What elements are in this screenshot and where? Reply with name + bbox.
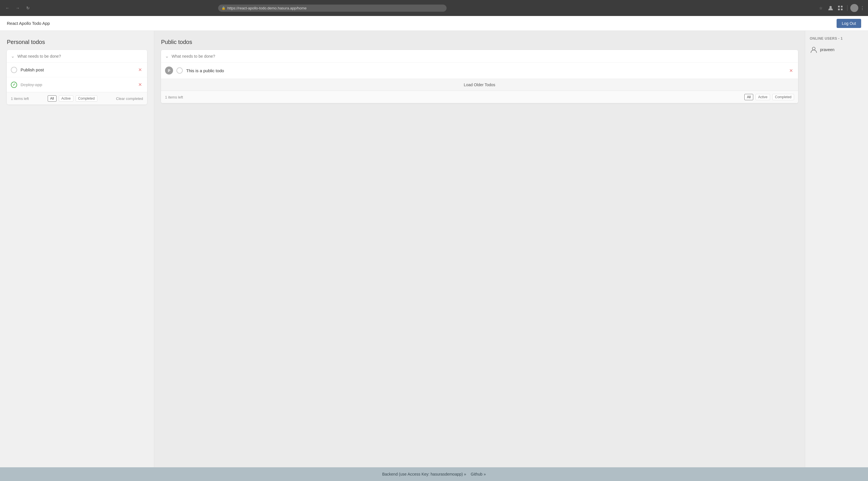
separator bbox=[847, 5, 847, 11]
personal-input-row: ⌄ bbox=[7, 50, 147, 63]
address-bar: 🔒 https://react-apollo-todo.demo.hasura.… bbox=[218, 5, 446, 12]
svg-point-5 bbox=[853, 6, 856, 8]
personal-items-left: 1 items left bbox=[11, 96, 29, 101]
forward-button[interactable]: → bbox=[14, 4, 22, 12]
personal-todo-delete-2[interactable]: ✕ bbox=[137, 82, 143, 88]
personal-todo-delete-1[interactable]: ✕ bbox=[137, 66, 143, 73]
personal-todo-text-1: Publish post bbox=[21, 67, 134, 72]
public-section-title: Public todos bbox=[161, 39, 798, 45]
svg-rect-1 bbox=[838, 6, 840, 7]
extensions-button[interactable] bbox=[836, 4, 844, 12]
public-chevron-icon[interactable]: ⌄ bbox=[165, 53, 169, 59]
public-filter-active[interactable]: Active bbox=[755, 94, 770, 100]
public-filter-completed[interactable]: Completed bbox=[772, 94, 794, 100]
browser-actions: ☆ ⋮ bbox=[817, 4, 865, 12]
logout-button[interactable]: Log Out bbox=[837, 19, 861, 28]
online-section: ONLINE USERS - 1 praveen bbox=[805, 31, 868, 467]
browser-chrome: ← → ↻ 🔒 https://react-apollo-todo.demo.h… bbox=[0, 0, 868, 16]
lock-icon: 🔒 bbox=[222, 6, 225, 10]
personal-todo-footer: 1 items left All Active Completed Clear … bbox=[7, 92, 147, 104]
public-input-row: ⌄ bbox=[161, 50, 798, 63]
load-older-button[interactable]: Load Older Todos bbox=[161, 79, 798, 91]
svg-point-0 bbox=[830, 6, 832, 8]
reload-button[interactable]: ↻ bbox=[24, 4, 32, 12]
personal-todo-card: ⌄ Publish post ✕ Deploy app ✕ 1 items le… bbox=[7, 50, 147, 104]
public-todo-checkbox-1[interactable] bbox=[177, 67, 183, 74]
online-user-item: praveen bbox=[810, 44, 863, 55]
public-todo-item-1: P This is a public todo ✕ bbox=[161, 63, 798, 79]
browser-menu-button[interactable]: ⋮ bbox=[860, 5, 865, 11]
url-text: https://react-apollo-todo.demo.hasura.ap… bbox=[227, 6, 307, 10]
public-todo-card: ⌄ P This is a public todo ✕ Load Older T… bbox=[161, 50, 798, 103]
public-todo-input[interactable] bbox=[172, 54, 794, 59]
personal-section-title: Personal todos bbox=[7, 39, 147, 45]
svg-rect-2 bbox=[841, 6, 843, 7]
public-user-badge-1: P bbox=[165, 66, 173, 74]
github-link[interactable]: Github » bbox=[471, 472, 486, 476]
online-users-title: ONLINE USERS - 1 bbox=[810, 36, 863, 40]
personal-todo-checkbox-2[interactable] bbox=[11, 82, 17, 88]
personal-clear-completed[interactable]: Clear completed bbox=[116, 96, 143, 101]
bookmark-button[interactable]: ☆ bbox=[817, 4, 825, 12]
public-items-left: 1 items left bbox=[165, 95, 183, 99]
back-button[interactable]: ← bbox=[3, 4, 11, 12]
personal-section: Personal todos ⌄ Publish post ✕ Deploy a… bbox=[0, 31, 154, 467]
public-todo-footer: 1 items left All Active Completed bbox=[161, 91, 798, 103]
personal-filter-completed[interactable]: Completed bbox=[76, 95, 97, 102]
personal-todo-input[interactable] bbox=[18, 54, 143, 59]
public-todo-delete-1[interactable]: ✕ bbox=[788, 67, 794, 74]
backend-link[interactable]: Backend (use Access Key: hasurasdemoapp)… bbox=[382, 472, 466, 476]
public-section: Public todos ⌄ P This is a public todo ✕… bbox=[154, 31, 805, 467]
online-user-name: praveen bbox=[820, 47, 835, 52]
personal-todo-checkbox-1[interactable] bbox=[11, 67, 17, 73]
main-content: Personal todos ⌄ Publish post ✕ Deploy a… bbox=[0, 31, 868, 467]
svg-point-6 bbox=[812, 47, 815, 50]
personal-todo-item-2: Deploy app ✕ bbox=[7, 77, 147, 92]
svg-rect-3 bbox=[838, 8, 840, 10]
profile-avatar[interactable] bbox=[850, 4, 858, 12]
app-footer: Backend (use Access Key: hasurasdemoapp)… bbox=[0, 467, 868, 481]
personal-filter-active[interactable]: Active bbox=[59, 95, 73, 102]
personal-todo-text-2: Deploy app bbox=[21, 82, 134, 87]
personal-filter-all[interactable]: All bbox=[48, 95, 57, 102]
svg-rect-4 bbox=[841, 8, 843, 10]
public-filter-all[interactable]: All bbox=[744, 94, 753, 100]
personal-todo-item: Publish post ✕ bbox=[7, 63, 147, 77]
app-title: React Apollo Todo App bbox=[7, 21, 50, 26]
profile-button[interactable] bbox=[827, 4, 835, 12]
user-avatar-icon bbox=[810, 46, 818, 54]
app-header: React Apollo Todo App Log Out bbox=[0, 16, 868, 31]
personal-chevron-icon[interactable]: ⌄ bbox=[11, 53, 14, 59]
public-todo-text-1: This is a public todo bbox=[186, 68, 785, 73]
